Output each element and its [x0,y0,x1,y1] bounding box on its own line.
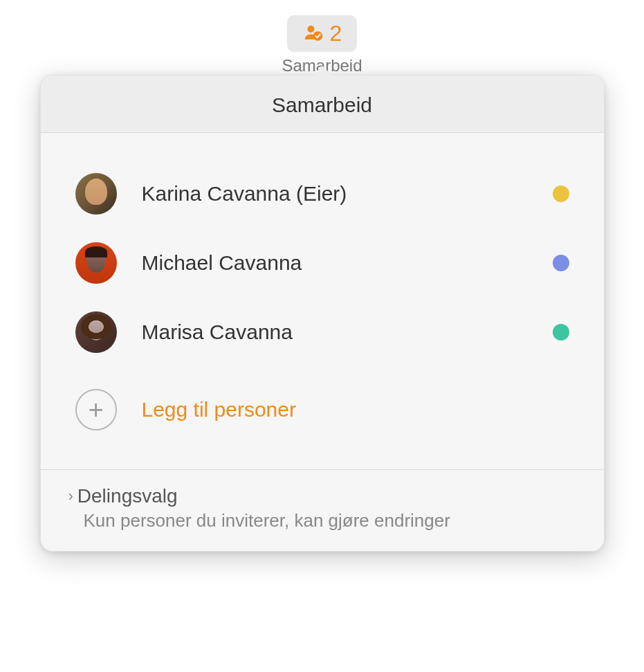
sharing-options-button[interactable]: › Delingsvalg Kun personer du inviterer,… [41,469,604,551]
plus-icon: + [75,389,117,430]
avatar [75,311,117,353]
sharing-options-title: Delingsvalg [77,485,178,507]
popover-header: Samarbeid [41,75,604,133]
participant-name: Marisa Cavanna [142,320,528,344]
status-dot-icon [553,185,569,202]
sharing-options-description: Kun personer du inviterer, kan gjøre end… [84,510,576,532]
add-people-button[interactable]: + Legg til personer [75,367,569,455]
participant-row[interactable]: Michael Cavanna [75,228,569,298]
avatar [75,173,117,215]
sharing-options-header: › Delingsvalg [68,485,576,507]
collaboration-popover: Samarbeid Karina Cavanna (Eier) Michael … [40,75,605,552]
status-dot-icon [553,255,569,271]
svg-point-0 [307,26,314,33]
participant-row[interactable]: Karina Cavanna (Eier) [75,159,569,228]
add-people-label: Legg til personer [142,398,296,421]
avatar [75,242,117,284]
person-checkmark-icon [302,22,323,46]
status-dot-icon [553,324,569,340]
chevron-right-icon: › [68,487,73,505]
popover-arrow [311,66,333,77]
participants-list: Karina Cavanna (Eier) Michael Cavanna Ma… [41,133,604,469]
popover-title: Samarbeid [41,93,604,117]
participant-row[interactable]: Marisa Cavanna [75,298,569,367]
collaboration-count: 2 [330,21,342,46]
participant-name: Karina Cavanna (Eier) [142,182,528,206]
participant-name: Michael Cavanna [142,251,528,275]
collaboration-button-badge: 2 [287,15,358,52]
